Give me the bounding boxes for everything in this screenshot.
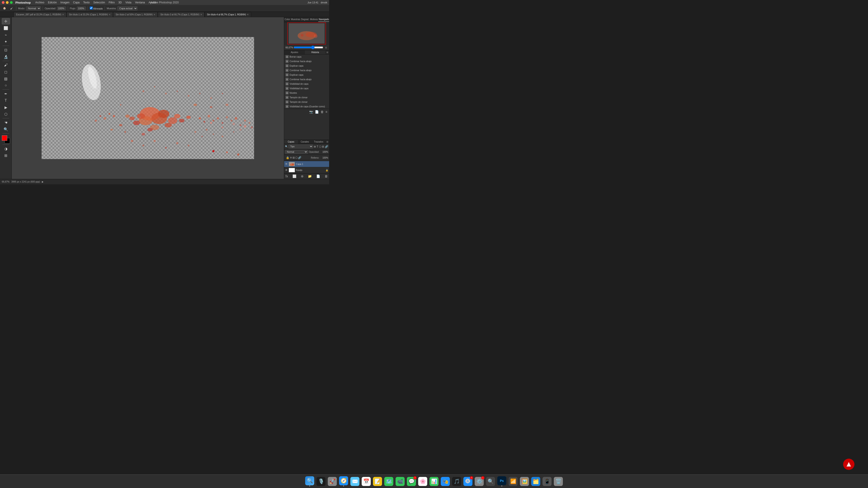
filter-icon-3[interactable]: ⬡ xyxy=(319,145,321,148)
tab-1[interactable]: Sin título-1 al 33,3% (Capa 1, RGB/8#) ✕ xyxy=(66,12,113,17)
crop-tool[interactable]: ⊡ xyxy=(2,47,10,53)
close-tab-2[interactable]: ✕ xyxy=(153,13,155,16)
history-menu[interactable]: ≡ xyxy=(325,109,328,114)
move-tool[interactable]: ✛ xyxy=(2,18,10,24)
close-tab-0[interactable]: ✕ xyxy=(62,13,64,16)
layers-filter-select[interactable]: Tipo xyxy=(288,144,313,149)
history-item-10[interactable]: ▥ Tampón de clonar xyxy=(284,100,329,104)
layer-visibility-1[interactable]: 👁 xyxy=(285,168,288,172)
sample-select[interactable]: Capa actual xyxy=(117,6,137,10)
history-item-7[interactable]: ▥ Visibilidad de capa xyxy=(284,86,329,91)
tab-ajustes[interactable]: Ajustes xyxy=(284,51,305,54)
eraser-tool[interactable]: ◻ xyxy=(2,69,10,75)
history-item-2[interactable]: ▥ Duplicar capa xyxy=(284,64,329,68)
menu-capa[interactable]: Capa xyxy=(71,0,81,5)
history-item-0[interactable]: ▥ Borrar capa xyxy=(284,55,329,59)
history-item-11[interactable]: ▥ Visibilidad de capa (Guardar como) xyxy=(284,104,329,109)
layer-new-button[interactable]: 📄 xyxy=(316,174,320,178)
filter-icon-5[interactable]: 🔗 xyxy=(325,145,328,148)
layer-item-0[interactable]: 👁 Capa 1 xyxy=(284,161,329,167)
canvas-area[interactable]: RRCG 人素材 RRCG 人素材 人素材 RRCG 人素材 xyxy=(12,17,284,179)
close-button[interactable] xyxy=(2,1,4,4)
gradient-tool[interactable]: ▨ xyxy=(2,75,10,82)
brush-tool[interactable]: 🖌 xyxy=(2,62,10,68)
panel-tab-color[interactable]: Color xyxy=(284,17,290,22)
layer-delete-button[interactable]: 🗑 xyxy=(324,174,328,178)
history-item-8[interactable]: ▥ Niveles xyxy=(284,91,329,95)
tab-2[interactable]: Sin título-2 al 50% (Capa 1, RGB/8#) ✕ xyxy=(113,12,158,17)
close-tab-3[interactable]: ✕ xyxy=(200,13,202,16)
brush-tool-button[interactable]: 🖌 xyxy=(8,6,14,10)
history-create-document[interactable]: 📄 xyxy=(314,109,319,114)
opacity-input[interactable] xyxy=(57,6,66,10)
panel-tab-navegador[interactable]: Navegador xyxy=(318,17,329,22)
tab-3[interactable]: Sin título-3 al 66,7% (Capa 1, RGB/8#) ✕ xyxy=(158,12,204,17)
tab-historia[interactable]: Historia xyxy=(305,51,326,54)
lock-pixels-icon[interactable]: ⬡ xyxy=(295,156,298,159)
dodge-tool[interactable]: ○ xyxy=(2,82,10,89)
panel-tab-degrad[interactable]: Degrad. xyxy=(301,17,310,22)
layers-tab-canales[interactable]: Canales xyxy=(298,140,312,144)
canvas[interactable]: RRCG 人素材 RRCG 人素材 人素材 RRCG 人素材 xyxy=(41,37,254,159)
history-item-9[interactable]: ▥ Tampón de clonar xyxy=(284,95,329,100)
zoom-tool[interactable]: 🔍 xyxy=(2,126,10,132)
tab-4[interactable]: Sin título-4 al 66,7% (Capa 1, RGB/8#) ✕ xyxy=(205,12,251,17)
lasso-tool[interactable]: ⌁ xyxy=(2,32,10,38)
minimize-button[interactable] xyxy=(6,1,8,4)
aligned-checkbox[interactable] xyxy=(90,6,93,9)
quick-mask-tool[interactable]: ◑ xyxy=(2,145,10,152)
marquee-tool[interactable]: ⬜ xyxy=(2,25,10,31)
home-button[interactable]: 🏠 xyxy=(1,6,8,10)
history-item-6[interactable]: ▥ Visibilidad de capa xyxy=(284,82,329,86)
layer-mask-button[interactable]: ⬜ xyxy=(292,174,296,178)
menu-vista[interactable]: Vista xyxy=(124,0,133,5)
history-delete[interactable]: 🗑 xyxy=(320,109,324,114)
foreground-color[interactable] xyxy=(2,135,7,141)
layer-item-1[interactable]: 👁 Fondo 🔒 xyxy=(284,167,329,173)
zoom-collapse-btn[interactable]: ⊞ xyxy=(324,46,328,49)
layer-visibility-0[interactable]: 👁 xyxy=(285,162,288,166)
filter-icon-4[interactable]: ⊞ xyxy=(322,145,324,148)
history-item-3[interactable]: ▥ Combinar hacia abajo xyxy=(284,68,329,72)
lock-all-icon[interactable]: 🔒 xyxy=(286,156,289,159)
layer-fx-button[interactable]: fx xyxy=(285,174,288,178)
menu-texto[interactable]: Texto xyxy=(81,0,92,5)
zoom-slider[interactable] xyxy=(293,46,323,49)
shape-tool[interactable]: ⬡ xyxy=(2,111,10,117)
lock-transparency-icon[interactable]: 🔗 xyxy=(298,156,301,159)
filter-icon-1[interactable]: ⊕ xyxy=(314,145,316,148)
screen-mode-tool[interactable]: ⊞ xyxy=(2,152,10,159)
panel-tab-motivos[interactable]: Motivos xyxy=(310,17,318,22)
fullscreen-button[interactable] xyxy=(10,1,13,4)
history-collapse[interactable]: ⊞ xyxy=(326,51,329,54)
blend-mode-select[interactable]: Normal xyxy=(285,150,308,154)
menu-ventana[interactable]: Ventana xyxy=(133,0,147,5)
layers-tab-capas[interactable]: Capas xyxy=(284,140,298,144)
tab-0[interactable]: Escaner_087.pdf al 33,3% (Capa 1, RGB/8#… xyxy=(13,12,66,17)
mode-select[interactable]: Normal xyxy=(26,6,41,10)
history-new-snapshot[interactable]: 📷 xyxy=(309,109,313,114)
layer-adjustment-button[interactable]: ⊕ xyxy=(301,174,304,178)
layers-collapse[interactable]: ⊞ xyxy=(326,140,329,144)
lock-artboard-icon[interactable]: ⊞ xyxy=(292,156,295,159)
menu-imagen[interactable]: Imagen xyxy=(59,0,71,5)
menu-filtro[interactable]: Filtro xyxy=(107,0,117,5)
type-tool[interactable]: T xyxy=(2,97,10,104)
history-item-5[interactable]: ▥ Combinar hacia abajo xyxy=(284,77,329,82)
layers-tab-trazados[interactable]: Trazados xyxy=(312,140,326,144)
path-selection-tool[interactable]: ▶ xyxy=(2,104,10,110)
menu-archivo[interactable]: Archivo xyxy=(33,0,46,5)
magic-wand-tool[interactable]: ✦ xyxy=(2,38,10,45)
menu-3d[interactable]: 3D xyxy=(116,0,123,5)
menu-seleccion[interactable]: Selección xyxy=(92,0,107,5)
filter-icon-2[interactable]: T xyxy=(317,145,318,148)
hand-tool[interactable]: ☚ xyxy=(2,119,10,126)
history-item-1[interactable]: ▥ Combinar hacia abajo xyxy=(284,59,329,64)
history-item-4[interactable]: ▥ Duplicar capa xyxy=(284,72,329,77)
eyedropper-tool[interactable]: 🔬 xyxy=(2,54,10,60)
close-tab-4[interactable]: ✕ xyxy=(247,13,249,16)
lock-position-icon[interactable]: ✛ xyxy=(290,156,292,159)
flow-input[interactable] xyxy=(77,6,86,10)
layer-group-button[interactable]: 📁 xyxy=(308,174,312,178)
close-tab-1[interactable]: ✕ xyxy=(109,13,111,16)
